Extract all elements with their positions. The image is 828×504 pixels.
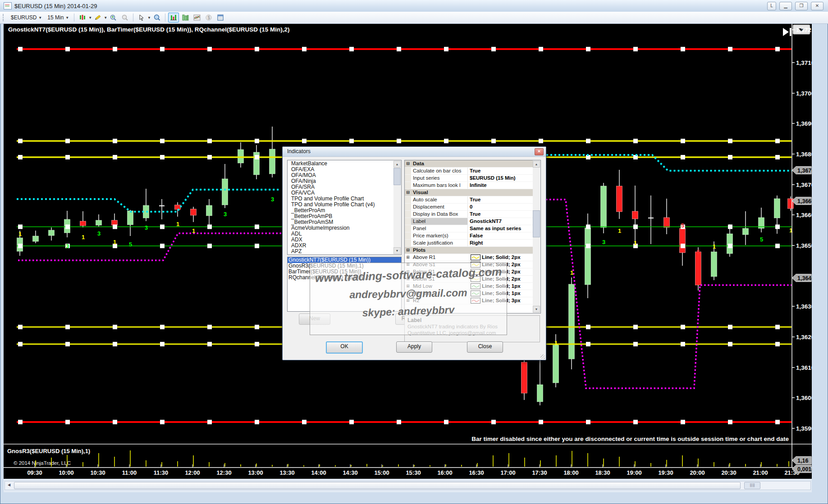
chevron-down-icon[interactable]: ▼: [88, 16, 92, 20]
line-marker: [255, 244, 259, 248]
property-row[interactable]: Scale justificationRight: [405, 240, 533, 247]
line-marker: [728, 47, 732, 51]
apply-button[interactable]: Apply: [396, 341, 432, 353]
scroll-left-icon[interactable]: ◀: [6, 482, 12, 488]
dialog-close-button[interactable]: ✕: [535, 148, 544, 155]
zoom-in-button[interactable]: +: [108, 13, 119, 23]
ok-button[interactable]: OK: [326, 341, 363, 354]
databox-button[interactable]: [215, 13, 226, 23]
restore-button[interactable]: ❐: [795, 2, 808, 10]
link-button[interactable]: L: [767, 2, 776, 10]
property-row[interactable]: Maximum bars look lInfinite: [405, 182, 533, 189]
available-indicators-list[interactable]: MarketBalanceOFA/EXAOFA/MOAOFA/NinjaOFA/…: [287, 160, 402, 255]
candle-body: [522, 362, 527, 393]
watermark-overlay: www.trading-software-catalog.com andreyb…: [310, 263, 507, 335]
line-marker: [65, 155, 70, 159]
scrollbar-thumb[interactable]: [393, 168, 401, 185]
dialog-titlebar[interactable]: Indicators ✕: [283, 147, 546, 157]
line-marker: [681, 47, 685, 51]
zoom-out-button[interactable]: [119, 13, 130, 23]
window-titlebar[interactable]: $EURUSD (15 Min) 2014-01-29 L ▁ ❐ ✕: [0, 0, 828, 12]
toolbar-grip[interactable]: [3, 14, 5, 21]
chevron-down-icon[interactable]: ▼: [104, 16, 107, 20]
zoom-in-icon: +: [110, 14, 117, 21]
scroll-up-icon[interactable]: ▲: [393, 161, 401, 168]
panel2-price-marker-text: 1,16: [797, 458, 808, 464]
scrollbar-thumb[interactable]: [533, 210, 540, 237]
time-label: 12:00: [185, 469, 200, 476]
line-marker: [255, 139, 259, 143]
line-marker: [302, 47, 306, 51]
collapse-icon[interactable]: ⊟: [405, 160, 411, 167]
property-row[interactable]: LabelGnostickNT7: [405, 218, 533, 225]
property-row[interactable]: ⊞Above R1Line; Solid; 2px: [405, 254, 533, 261]
line-marker: [18, 47, 23, 51]
candle-count-label: 3: [271, 196, 274, 203]
line-chart-button[interactable]: [192, 13, 202, 23]
svg-text:+: +: [112, 15, 114, 19]
property-row[interactable]: ⊟Visual: [405, 189, 533, 196]
line-marker: [775, 325, 780, 329]
property-row[interactable]: Calculate on bar closTrue: [405, 168, 533, 175]
instrument-selector[interactable]: $EURUSD ▼: [8, 14, 45, 22]
scrollbar-thumb[interactable]: [14, 482, 741, 489]
magnifier-button[interactable]: [151, 13, 162, 23]
time-label: 15:30: [406, 469, 421, 476]
candle-body: [632, 211, 638, 219]
line-chart-icon: [193, 14, 201, 21]
expand-icon[interactable]: ⊞: [405, 254, 411, 261]
property-row[interactable]: PanelSame as input series: [405, 225, 533, 232]
interval-label: 15 Min: [47, 14, 64, 21]
indicator-list-item[interactable]: ADL: [288, 231, 393, 237]
time-label: 10:30: [90, 469, 105, 476]
minimize-button[interactable]: ▁: [779, 2, 792, 10]
interval-selector[interactable]: 15 Min ▼: [45, 14, 72, 22]
line-marker: [255, 342, 259, 346]
line-marker: [113, 325, 117, 329]
scroll-down-icon[interactable]: ▼: [393, 247, 401, 254]
price-label: 1,3630: [796, 303, 812, 310]
indicator-list-item[interactable]: APZ: [288, 249, 393, 254]
horizontal-scrollbar[interactable]: ◀ ⣿⣿: [4, 479, 812, 492]
indicator-list-item[interactable]: AcmeVolumeImpression: [288, 225, 393, 231]
collapse-icon[interactable]: ⊟: [405, 247, 411, 254]
line-marker: [775, 139, 780, 143]
line-marker: [113, 225, 117, 229]
property-row[interactable]: Display in Data BoxTrue: [405, 211, 533, 218]
line-marker: [397, 47, 401, 51]
property-row[interactable]: Price marker(s)False: [405, 232, 533, 240]
close-dialog-button[interactable]: Close: [467, 341, 503, 353]
cursor-button[interactable]: [136, 13, 147, 23]
close-button[interactable]: ✕: [811, 2, 823, 10]
go-to-end-icon[interactable]: [790, 28, 791, 36]
draw-button[interactable]: [92, 13, 103, 23]
scrollbar-grip[interactable]: ⣿⣿: [744, 482, 760, 489]
property-row[interactable]: Input series$EURUSD (15 Min): [405, 175, 533, 182]
candle-style-button[interactable]: [77, 13, 88, 23]
dollar-button[interactable]: $: [203, 13, 214, 23]
resize-grip[interactable]: [540, 354, 545, 359]
property-row[interactable]: Displacement0: [405, 204, 533, 211]
indicators-button[interactable]: [168, 13, 179, 23]
property-row[interactable]: ⊟Plots: [405, 247, 533, 254]
scroll-up-icon[interactable]: ▲: [533, 161, 540, 168]
property-row[interactable]: ⊟Data: [405, 160, 533, 168]
instrument-label: $EURUSD: [11, 14, 37, 21]
price-label: 1,3660: [796, 212, 812, 218]
indicators-list-scrollbar[interactable]: ▲ ▼: [393, 161, 401, 254]
chevron-down-icon[interactable]: ▼: [147, 16, 151, 20]
line-marker: [349, 420, 354, 424]
price-label: 1,3620: [796, 334, 812, 341]
candle-body: [585, 228, 591, 285]
collapse-icon[interactable]: ⊟: [405, 189, 411, 196]
candle-body: [680, 228, 686, 253]
line-marker: [65, 225, 70, 229]
property-row[interactable]: Auto scaleTrue: [405, 196, 533, 204]
bars-button[interactable]: [180, 13, 191, 23]
scroll-down-icon[interactable]: ▼: [533, 306, 540, 313]
line-marker: [207, 420, 212, 424]
candle-count-label: 1: [634, 240, 637, 246]
line-marker: [207, 47, 212, 51]
indicator-list-item[interactable]: ADXR: [288, 243, 393, 249]
property-grid-scrollbar[interactable]: ▲ ▼: [533, 161, 540, 313]
